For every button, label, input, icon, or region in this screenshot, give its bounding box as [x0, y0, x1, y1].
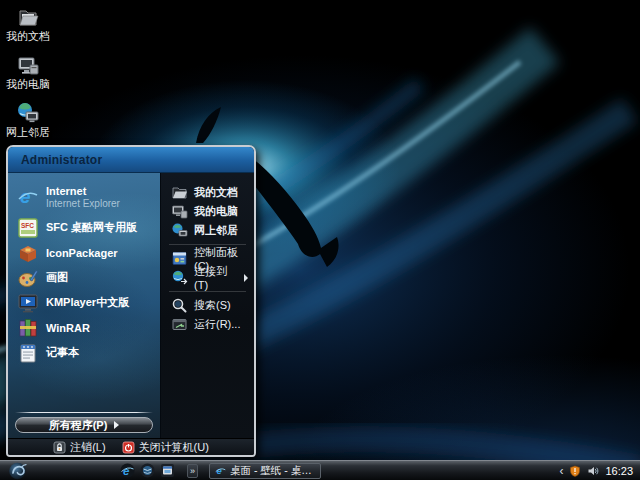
my-documents-small-icon — [171, 184, 188, 201]
start-item-kmplayer[interactable]: KMPlayer中文版 — [8, 290, 160, 315]
start-item-iconpackager[interactable]: IconPackager — [8, 240, 160, 265]
desktop-icon-label: 我的电脑 — [2, 78, 54, 90]
all-programs-label: 所有程序(P) — [49, 418, 108, 433]
start-menu-left-spacer — [8, 365, 160, 412]
notepad-icon — [17, 342, 39, 364]
winrar-icon — [17, 317, 39, 339]
desktop-icon-network-places[interactable]: 网上邻居 — [2, 101, 54, 146]
quick-launch-globe-icon[interactable] — [140, 463, 155, 478]
paint-icon — [17, 267, 39, 289]
shutdown-button[interactable]: 关闭计算机(U) — [122, 440, 209, 455]
start-item-label: 运行(R)... — [194, 317, 240, 332]
start-menu-body: e Internet Internet Explorer SFC SFC 桌酷网… — [8, 173, 254, 438]
taskbar-task-button[interactable]: e 桌面 - 壁纸 - 桌酷壁... — [209, 463, 321, 479]
start-item-run[interactable]: 运行(R)... — [161, 315, 254, 334]
desktop-icon-my-documents[interactable]: 我的文档 — [2, 5, 54, 50]
control-panel-icon — [171, 250, 188, 267]
start-item-sfc-zhuoku[interactable]: SFC SFC 桌酷网专用版 — [8, 215, 160, 240]
start-item-label: 记事本 — [46, 345, 79, 360]
shutdown-label: 关闭计算机(U) — [139, 440, 209, 455]
volume-icon[interactable] — [587, 465, 599, 477]
start-item-label: WinRAR — [46, 322, 90, 334]
start-item-label: 我的电脑 — [194, 204, 238, 219]
start-item-label: 网上邻居 — [194, 223, 238, 238]
start-item-internet-explorer[interactable]: e Internet Internet Explorer — [8, 179, 160, 215]
my-computer-icon — [16, 53, 40, 77]
start-item-label: Internet — [46, 185, 120, 198]
run-icon — [171, 316, 188, 333]
start-orb-icon — [8, 461, 27, 480]
start-item-notepad[interactable]: 记事本 — [8, 340, 160, 365]
start-item-search[interactable]: 搜索(S) — [161, 296, 254, 315]
start-item-winrar[interactable]: WinRAR — [8, 315, 160, 340]
start-menu-user-name: Administrator — [21, 153, 102, 167]
connect-to-icon — [171, 269, 188, 286]
log-off-label: 注销(L) — [70, 440, 105, 455]
quick-launch-ie-icon[interactable]: e — [120, 463, 135, 478]
chevron-right-icon: » — [190, 466, 195, 476]
start-item-my-documents[interactable]: 我的文档 — [161, 183, 254, 202]
desktop-icon-list: 我的文档 我的电脑 网上邻居 — [2, 5, 54, 149]
start-item-label: SFC 桌酷网专用版 — [46, 220, 137, 235]
start-menu-separator — [169, 291, 246, 292]
desktop-icon-label: 我的文档 — [2, 30, 54, 42]
start-menu-header: Administrator — [8, 147, 254, 173]
all-programs-button[interactable]: 所有程序(P) — [15, 417, 153, 433]
iconpackager-icon — [17, 242, 39, 264]
sfc-app-icon: SFC — [17, 217, 39, 239]
start-item-label: 连接到(T) — [194, 264, 238, 291]
my-computer-small-icon — [171, 203, 188, 220]
search-icon — [171, 297, 188, 314]
start-item-label: KMPlayer中文版 — [46, 295, 129, 310]
start-item-connect-to[interactable]: 连接到(T) — [161, 268, 254, 287]
all-programs-separator — [15, 412, 153, 413]
start-menu-footer: 注销(L) 关闭计算机(U) — [8, 438, 254, 455]
quick-launch-window-icon[interactable] — [160, 463, 175, 478]
network-places-icon — [16, 101, 40, 125]
shutdown-icon — [122, 441, 135, 454]
start-menu: Administrator e Internet Internet Explor… — [6, 145, 256, 457]
quick-launch-overflow-button[interactable]: » — [187, 464, 198, 478]
desktop-icon-label: 网上邻居 — [2, 126, 54, 138]
start-item-label: 搜索(S) — [194, 298, 231, 313]
start-item-network-places[interactable]: 网上邻居 — [161, 221, 254, 240]
tray-collapse-chevron-icon[interactable]: ‹ — [559, 465, 563, 477]
network-places-small-icon — [171, 222, 188, 239]
start-item-paint[interactable]: 画图 — [8, 265, 160, 290]
all-programs-arrow-icon — [114, 421, 119, 429]
start-item-my-computer[interactable]: 我的电脑 — [161, 202, 254, 221]
start-button[interactable] — [0, 461, 34, 480]
start-item-label: 画图 — [46, 270, 68, 285]
desktop-icon-my-computer[interactable]: 我的电脑 — [2, 53, 54, 98]
submenu-arrow-icon — [244, 274, 248, 282]
start-item-label: IconPackager — [46, 247, 118, 259]
system-tray: ‹ 16:23 — [559, 465, 640, 477]
start-menu-places-column: 我的文档 我的电脑 — [160, 173, 254, 438]
start-item-text: Internet Internet Explorer — [46, 185, 120, 209]
clock[interactable]: 16:23 — [605, 465, 633, 477]
taskbar: e » e 桌面 - 壁纸 — [0, 460, 640, 480]
log-off-icon — [53, 441, 66, 454]
kmplayer-icon — [17, 292, 39, 314]
internet-explorer-icon: e — [17, 186, 39, 208]
log-off-button[interactable]: 注销(L) — [53, 440, 105, 455]
sfc-glyph: SFC — [21, 222, 34, 229]
desktop[interactable]: 我的文档 我的电脑 网上邻居 — [0, 0, 640, 480]
ie-e-glyph: e — [123, 465, 130, 477]
task-ie-icon: e — [215, 465, 226, 476]
security-alert-icon[interactable] — [569, 465, 581, 477]
start-menu-pinned-column: e Internet Internet Explorer SFC SFC 桌酷网… — [8, 173, 160, 438]
quick-launch-bar: e » — [120, 463, 198, 478]
my-documents-icon — [16, 5, 40, 29]
task-button-label: 桌面 - 壁纸 - 桌酷壁... — [230, 464, 315, 478]
start-item-label: 我的文档 — [194, 185, 238, 200]
start-item-sublabel: Internet Explorer — [46, 198, 120, 210]
